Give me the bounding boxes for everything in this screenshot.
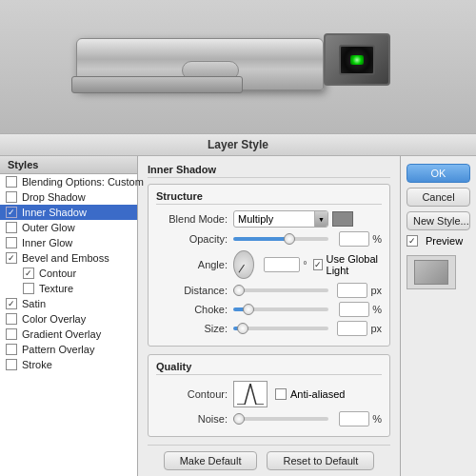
sidebar-item-color-overlay[interactable]: Color Overlay — [0, 311, 137, 327]
device-preview — [57, 19, 419, 114]
label-contour: Contour — [39, 268, 76, 279]
noise-row: Noise: 0 % — [156, 411, 382, 426]
dialog-body: Styles Blending Options: Custom Drop Sha… — [0, 156, 476, 476]
choke-unit: % — [372, 304, 382, 315]
checkbox-pattern-overlay[interactable] — [6, 344, 17, 355]
sidebar-item-gradient-overlay[interactable]: Gradient Overlay — [0, 327, 137, 342]
checkbox-stroke[interactable] — [6, 359, 17, 370]
checkbox-inner-shadow[interactable] — [6, 207, 17, 218]
distance-slider-container — [233, 288, 333, 292]
checkbox-color-overlay[interactable] — [6, 313, 17, 325]
choke-slider-container — [233, 307, 335, 311]
angle-line-indicator — [239, 265, 245, 273]
choke-slider[interactable] — [233, 307, 328, 311]
ok-button[interactable]: OK — [407, 164, 470, 183]
size-row: Size: 5 px — [156, 321, 382, 336]
styles-panel: Styles Blending Options: Custom Drop Sha… — [0, 156, 138, 476]
label-stroke: Stroke — [22, 359, 52, 370]
label-bevel-emboss: Bevel and Emboss — [22, 252, 109, 264]
distance-slider[interactable] — [233, 288, 328, 292]
checkbox-bevel-emboss[interactable] — [6, 252, 17, 264]
bottom-buttons-row: Make Default Reset to Default — [148, 445, 390, 476]
checkbox-drop-shadow[interactable] — [6, 191, 17, 203]
checkbox-blending-options[interactable] — [6, 176, 17, 188]
new-style-button[interactable]: New Style... — [407, 211, 470, 230]
angle-input[interactable]: -146 — [264, 257, 300, 272]
checkbox-texture[interactable] — [23, 283, 34, 294]
label-blending-options: Blending Options: Custom — [22, 176, 144, 188]
label-drop-shadow: Drop Shadow — [22, 191, 86, 203]
checkbox-contour[interactable] — [23, 268, 34, 279]
label-gradient-overlay: Gradient Overlay — [22, 328, 101, 340]
sidebar-item-inner-glow[interactable]: Inner Glow — [0, 235, 137, 250]
sidebar-item-bevel-emboss[interactable]: Bevel and Emboss — [0, 250, 137, 266]
preview-label: Preview — [426, 235, 463, 247]
label-pattern-overlay: Pattern Overlay — [22, 344, 94, 355]
checkbox-inner-glow[interactable] — [6, 237, 17, 248]
label-inner-glow: Inner Glow — [22, 237, 72, 248]
sidebar-item-contour[interactable]: Contour — [0, 266, 137, 281]
dialog-title: Layer Style — [0, 133, 476, 156]
preview-row: Preview — [407, 235, 470, 247]
sidebar-item-satin[interactable]: Satin — [0, 296, 137, 311]
sidebar-item-drop-shadow[interactable]: Drop Shadow — [0, 189, 137, 205]
distance-row: Distance: 0 px — [156, 283, 382, 298]
anti-alias-label: Anti-aliased — [290, 388, 345, 400]
noise-slider[interactable] — [233, 417, 328, 421]
blend-mode-label: Blend Mode: — [156, 213, 228, 225]
opacity-row: Opacity: 60 % — [156, 231, 382, 247]
structure-header: Structure — [156, 190, 382, 205]
blend-mode-row: Blend Mode: Multiply ▼ — [156, 210, 382, 228]
opacity-unit: % — [372, 233, 382, 245]
angle-label: Angle: — [156, 259, 228, 270]
quality-section: Quality Contour: Anti-aliased Noise: — [148, 354, 390, 437]
blend-mode-color-swatch[interactable] — [332, 211, 353, 227]
choke-label: Choke: — [156, 304, 228, 315]
make-default-button[interactable]: Make Default — [164, 451, 258, 470]
label-texture: Texture — [39, 283, 73, 294]
cancel-button[interactable]: Cancel — [407, 188, 470, 207]
choke-input[interactable]: 11 — [339, 302, 369, 317]
blend-mode-dropdown[interactable]: Multiply ▼ — [233, 210, 328, 228]
contour-preview[interactable] — [233, 381, 268, 407]
noise-slider-container — [233, 417, 335, 421]
choke-row: Choke: 11 % — [156, 302, 382, 317]
main-content: Inner Shadow Structure Blend Mode: Multi… — [138, 156, 400, 476]
anti-alias-checkbox[interactable] — [275, 388, 287, 400]
viewfinder-glow — [350, 55, 364, 65]
sidebar-item-texture[interactable]: Texture — [0, 281, 137, 296]
sidebar-item-blending-options[interactable]: Blending Options: Custom — [0, 174, 137, 189]
size-unit: px — [370, 323, 382, 334]
preview-area — [0, 0, 476, 133]
angle-degree-symbol: ° — [303, 259, 307, 270]
sidebar-item-outer-glow[interactable]: Outer Glow — [0, 220, 137, 235]
sidebar-item-inner-shadow[interactable]: Inner Shadow — [0, 205, 137, 220]
opacity-input[interactable]: 60 — [339, 231, 369, 247]
label-outer-glow: Outer Glow — [22, 222, 75, 233]
viewfinder-lens — [339, 45, 375, 75]
use-global-light-checkbox[interactable] — [313, 259, 323, 270]
sidebar-item-pattern-overlay[interactable]: Pattern Overlay — [0, 342, 137, 357]
opacity-label: Opacity: — [156, 233, 228, 245]
buttons-panel: OK Cancel New Style... Preview — [400, 156, 476, 476]
anti-alias-row: Anti-aliased — [275, 388, 345, 400]
preview-checkbox[interactable] — [407, 235, 418, 247]
checkbox-gradient-overlay[interactable] — [6, 328, 17, 340]
sidebar-item-stroke[interactable]: Stroke — [0, 357, 137, 372]
quality-header: Quality — [156, 361, 382, 375]
device-arm — [71, 76, 243, 93]
checkbox-satin[interactable] — [6, 298, 17, 309]
label-inner-shadow: Inner Shadow — [22, 207, 87, 218]
distance-input[interactable]: 0 — [337, 283, 367, 298]
use-global-light-label: Use Global Light — [327, 253, 382, 276]
checkbox-outer-glow[interactable] — [6, 222, 17, 233]
preview-box-inner — [414, 260, 448, 285]
size-slider[interactable] — [233, 327, 328, 330]
size-input[interactable]: 5 — [337, 321, 367, 336]
styles-panel-header: Styles — [0, 156, 137, 174]
noise-input[interactable]: 0 — [339, 411, 369, 426]
reset-to-default-button[interactable]: Reset to Default — [267, 451, 374, 470]
contour-row: Contour: Anti-aliased — [156, 381, 382, 407]
opacity-slider[interactable] — [233, 237, 328, 241]
angle-dial[interactable] — [233, 250, 254, 279]
